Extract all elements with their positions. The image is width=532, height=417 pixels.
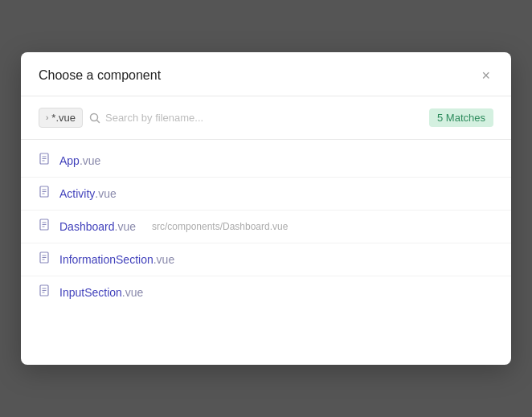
search-input[interactable] xyxy=(105,112,423,124)
search-icon xyxy=(89,112,100,124)
file-name: Activity.vue xyxy=(59,187,117,200)
file-name-primary: App xyxy=(59,154,80,167)
file-icon xyxy=(39,186,51,202)
file-icon xyxy=(39,219,51,235)
file-name-primary: Dashboard xyxy=(59,220,115,233)
file-name-ext: .vue xyxy=(115,220,136,233)
file-name: InformationSection.vue xyxy=(59,253,174,266)
list-item[interactable]: InformationSection.vue xyxy=(21,243,511,276)
file-name-primary: Activity xyxy=(59,187,95,200)
file-list: App.vueActivity.vueDashboard.vuesrc/comp… xyxy=(21,140,511,365)
matches-badge: 5 Matches xyxy=(429,108,493,127)
list-item[interactable]: Dashboard.vuesrc/components/Dashboard.vu… xyxy=(21,211,511,243)
modal-container: Choose a component × › *.vue 5 Matches A… xyxy=(21,52,511,365)
svg-line-1 xyxy=(96,120,99,122)
filter-label: *.vue xyxy=(51,112,76,124)
modal-header: Choose a component × xyxy=(21,52,511,96)
file-name-primary: InputSection xyxy=(59,286,122,299)
list-item[interactable]: InputSection.vue xyxy=(21,276,511,309)
file-icon xyxy=(39,153,51,169)
modal-toolbar: › *.vue 5 Matches xyxy=(21,96,511,140)
list-item[interactable]: App.vue xyxy=(21,145,511,178)
close-button[interactable]: × xyxy=(478,67,493,84)
file-icon xyxy=(39,284,51,300)
file-name-ext: .vue xyxy=(80,154,100,167)
file-name: App.vue xyxy=(59,154,100,167)
file-name: InputSection.vue xyxy=(59,286,143,299)
file-icon xyxy=(39,251,51,268)
search-wrapper xyxy=(89,112,423,124)
filter-tag[interactable]: › *.vue xyxy=(39,108,83,128)
file-name-ext: .vue xyxy=(122,286,143,299)
list-item[interactable]: Activity.vue xyxy=(21,178,511,211)
modal-title: Choose a component xyxy=(39,68,161,83)
file-path: src/components/Dashboard.vue xyxy=(152,221,288,232)
file-name-primary: InformationSection xyxy=(59,253,153,266)
chevron-right-icon: › xyxy=(46,113,48,122)
file-name-ext: .vue xyxy=(95,187,116,200)
file-name: Dashboard.vue xyxy=(59,220,136,233)
file-name-ext: .vue xyxy=(153,253,174,266)
